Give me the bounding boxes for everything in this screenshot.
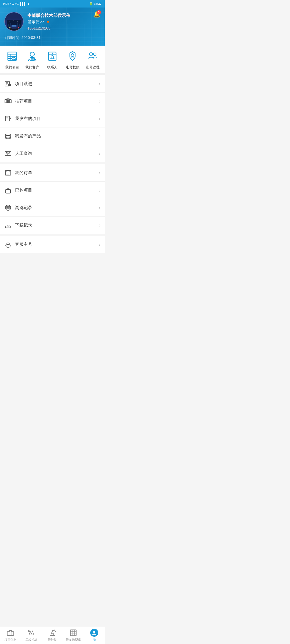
action-account-management[interactable]: 账号管理 xyxy=(82,50,103,70)
my-orders-chevron: › xyxy=(99,170,100,176)
svg-point-36 xyxy=(51,56,54,58)
avatar[interactable] xyxy=(4,12,24,31)
action-account-management-label: 账号管理 xyxy=(86,65,100,70)
svg-rect-77 xyxy=(5,227,11,228)
svg-point-39 xyxy=(89,53,93,56)
profile-row: 中能联合技术部侯示伟 侯示伟?? ▼ 13611219263 xyxy=(4,12,100,31)
expire-date: 到期时间: 2020-03-31 xyxy=(4,35,100,40)
action-my-project[interactable]: 我的项目 xyxy=(2,50,22,70)
menu-item-project-tracking[interactable]: 项目跟进 › xyxy=(0,75,105,93)
menu-section-1: 项目跟进 › 推荐项目 › xyxy=(0,75,105,162)
menu-section-3: 客服主号 › xyxy=(0,236,105,253)
svg-rect-13 xyxy=(12,25,14,27)
svg-rect-5 xyxy=(17,23,18,27)
browse-history-chevron: › xyxy=(99,205,100,211)
svg-point-35 xyxy=(52,53,53,54)
vip-icon: ▼ xyxy=(46,19,50,25)
svg-point-7 xyxy=(9,21,9,21)
svg-rect-71 xyxy=(6,189,10,193)
svg-rect-6 xyxy=(19,24,20,27)
browse-history-text: 浏览记录 xyxy=(15,205,99,211)
menu-item-browse-history[interactable]: 浏览记录 › xyxy=(0,199,105,217)
status-right: 🔋 16:37 xyxy=(89,2,102,6)
my-published-products-icon xyxy=(4,132,12,140)
svg-point-55 xyxy=(5,134,11,136)
action-contacts-label: 联系人 xyxy=(47,65,57,70)
account-permissions-icon xyxy=(66,50,79,63)
my-published-projects-text: 我发布的项目 xyxy=(15,116,99,122)
wifi-icon: ▲ xyxy=(27,2,30,5)
my-published-projects-icon xyxy=(4,115,12,122)
svg-rect-46 xyxy=(5,100,8,103)
svg-point-37 xyxy=(71,54,74,57)
svg-point-10 xyxy=(20,21,20,21)
customer-service-chevron: › xyxy=(99,242,100,247)
menu-item-customer-service[interactable]: 客服主号 › xyxy=(0,236,105,253)
battery-icon: 🔋 xyxy=(89,2,93,6)
svg-rect-16 xyxy=(18,27,19,28)
svg-rect-48 xyxy=(9,100,11,103)
menu-item-purchased-projects[interactable]: 已购项目 › xyxy=(0,182,105,199)
recommended-projects-icon xyxy=(4,97,12,105)
my-published-products-text: 我发布的产品 xyxy=(15,133,99,139)
status-text: HD2 4G 4G xyxy=(3,2,19,5)
svg-point-20 xyxy=(17,29,17,30)
action-account-permissions-label: 账号权限 xyxy=(66,65,79,70)
user-name: 侯示伟?? xyxy=(27,20,44,25)
download-history-text: 下载记录 xyxy=(15,222,99,228)
svg-point-8 xyxy=(13,21,13,21)
action-my-project-label: 我的项目 xyxy=(5,65,19,70)
menu-item-download-history[interactable]: 下载记录 › xyxy=(0,217,105,234)
project-tracking-text: 项目跟进 xyxy=(15,81,99,87)
company-name: 中能联合技术部侯示伟 xyxy=(27,13,100,19)
svg-rect-3 xyxy=(10,23,11,27)
action-account-permissions[interactable]: 账号权限 xyxy=(62,50,82,70)
svg-rect-2 xyxy=(8,24,9,27)
project-tracking-chevron: › xyxy=(99,81,100,87)
manual-query-text: 人工查询 xyxy=(15,151,99,156)
phone-number: 13611219263 xyxy=(27,26,100,30)
my-published-products-chevron: › xyxy=(99,133,100,139)
svg-point-19 xyxy=(10,29,11,30)
action-contacts[interactable]: 联系人 xyxy=(42,50,63,70)
menu-item-my-published-products[interactable]: 我发布的产品 › xyxy=(0,127,105,145)
my-orders-text: 我的订单 xyxy=(15,170,99,176)
time-display: 16:37 xyxy=(94,2,102,5)
user-name-row: 侯示伟?? ▼ xyxy=(27,19,100,25)
menu-section-2: 我的订单 › 已购项目 › xyxy=(0,164,105,234)
svg-rect-49 xyxy=(5,116,10,121)
menu-item-recommended-projects[interactable]: 推荐项目 › xyxy=(0,93,105,110)
signal-icons: ▌▌▌ xyxy=(20,2,26,5)
menu-item-my-orders[interactable]: 我的订单 › xyxy=(0,164,105,182)
svg-rect-14 xyxy=(14,25,16,27)
quick-actions: 我的项目 我的客户 xyxy=(0,46,105,75)
customer-service-text: 客服主号 xyxy=(15,242,99,247)
svg-point-9 xyxy=(17,21,17,22)
browse-history-icon xyxy=(4,204,12,211)
action-my-customer-label: 我的客户 xyxy=(25,65,39,70)
download-history-icon xyxy=(4,221,12,229)
svg-rect-15 xyxy=(9,27,10,28)
status-left: HD2 4G 4G ▌▌▌ ▲ xyxy=(3,2,30,5)
svg-point-60 xyxy=(7,153,8,154)
account-management-icon xyxy=(86,50,99,63)
purchased-projects-icon xyxy=(4,186,12,194)
action-my-customer[interactable]: 我的客户 xyxy=(22,50,42,70)
project-tracking-icon xyxy=(4,80,12,87)
menu-item-manual-query[interactable]: 人工查询 › xyxy=(0,145,105,162)
manual-query-chevron: › xyxy=(99,151,100,156)
download-history-chevron: › xyxy=(99,222,100,228)
svg-point-29 xyxy=(30,52,34,56)
recommended-projects-chevron: › xyxy=(99,98,100,104)
profile-info: 中能联合技术部侯示伟 侯示伟?? ▼ 13611219263 xyxy=(27,13,100,30)
svg-rect-30 xyxy=(30,57,34,61)
manual-query-icon xyxy=(4,150,12,157)
avatar-image xyxy=(5,12,23,31)
purchased-projects-chevron: › xyxy=(99,188,100,193)
purchased-projects-text: 已购项目 xyxy=(15,188,99,193)
menu-item-my-published-projects[interactable]: 我发布的项目 › xyxy=(0,110,105,127)
contacts-icon xyxy=(46,50,59,63)
my-customer-icon xyxy=(26,50,39,63)
recommended-projects-text: 推荐项目 xyxy=(15,98,99,104)
customer-service-icon xyxy=(4,241,12,248)
